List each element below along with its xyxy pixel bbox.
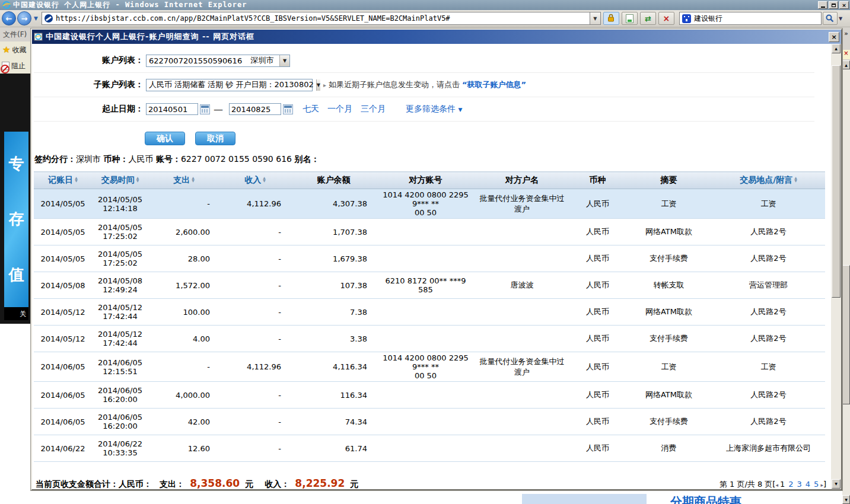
cell-currency: 人民币 [569,189,626,219]
cell-peer-name [475,409,569,435]
chevron-down-icon[interactable]: ▼ [316,79,320,91]
current-page: 1 [780,480,785,489]
page-link[interactable]: 4 [806,480,810,489]
address-dropdown-button[interactable]: ▼ [590,12,601,25]
toolbar-overflow-icon[interactable]: » [842,27,850,40]
sort-icon[interactable]: ▲▼ [263,176,266,182]
column-header: 摘要 [626,172,712,189]
cell-out: 2,600.00 [148,219,219,245]
calendar-icon[interactable] [200,104,210,114]
favorites-star-icon: ★ [2,44,10,55]
prev-page-icon[interactable]: ◂ [775,482,778,488]
table-row[interactable]: 2014/05/052014/05/0517:25:022,600.00-1,7… [34,219,825,245]
search-go-button[interactable] [823,12,838,25]
cell-balance: 4,307.38 [291,189,377,219]
cell-peer-account: 6210 8172 00** ***9 585 [377,272,475,299]
browser-scrollbar[interactable]: ▲ ▼ [842,60,850,504]
account-select[interactable]: 6227007201550590616 深圳市 ▼ [146,55,290,67]
column-header[interactable]: 支出▲▼ [148,172,219,189]
cancel-button[interactable]: 取消 [195,132,235,145]
page-button[interactable] [622,12,638,25]
dialog-scrollbar[interactable]: ▲ ▼ [831,44,841,489]
address-bar[interactable]: https://ibsbjstar.ccb.com.cn/app/B2CMain… [42,12,590,25]
popup-blocked-bar[interactable]: 阻止 [0,58,31,74]
page-link[interactable]: 5 [814,480,819,489]
infobar-close-button[interactable]: × [842,50,850,59]
table-row[interactable]: 2014/05/122014/05/1217:42:44100.00-7.38人… [34,299,825,326]
scroll-down-icon[interactable]: ▼ [832,479,841,489]
quick-range-link[interactable]: 一个月 [327,104,352,114]
refresh-button[interactable]: ⇄ [640,12,656,25]
dialog-content: 账户列表： 6227007201550590616 深圳市 ▼ 子账户列表： 人… [32,44,831,489]
branch-value: 深圳市 [76,154,101,164]
search-query-text[interactable]: 建设银行 [694,14,722,24]
refresh-subaccount-link[interactable]: “获取子账户信息” [462,79,526,90]
ad-banner[interactable]: 专存值 [4,132,28,307]
sort-icon[interactable]: ▲▼ [794,176,797,182]
table-row[interactable]: 2014/05/122014/05/1217:42:444.00-3.38人民币… [34,326,825,352]
cell-in: - [219,245,291,272]
scrollbar-thumb[interactable] [842,265,850,404]
sort-icon[interactable]: ▲▼ [75,176,78,182]
cell-date: 2014/06/05 [34,352,92,382]
promo-title: 分期商品特惠 [670,494,741,504]
browser-right-column: » × ▲ ▼ [842,27,850,504]
search-box[interactable]: 建设银行 [679,12,822,25]
history-dropdown-icon[interactable]: ▼ [34,15,38,21]
cell-peer-account [377,409,475,435]
cell-peer-name [475,299,569,326]
back-button[interactable]: ← [2,11,16,25]
chevron-down-icon[interactable]: ▼ [279,55,289,66]
calendar-icon[interactable] [283,104,293,114]
table-row[interactable]: 2014/06/052014/06/0512:15:51-4,112.964,1… [34,352,825,382]
ad-text: 专 [9,154,24,174]
scroll-up-icon[interactable]: ▲ [832,44,841,53]
column-header[interactable]: 收入▲▼ [219,172,291,189]
table-row[interactable]: 2014/06/222014/06/2210:33:3512.60-61.74人… [34,435,825,462]
ssl-lock-button[interactable] [603,12,619,25]
page-link[interactable]: 2 [788,480,793,489]
cell-place: 人民路2号 [712,409,825,435]
column-header[interactable]: 交易时间▲▼ [92,172,148,189]
search-options-dropdown-icon[interactable]: ▼ [839,16,842,21]
close-window-button[interactable]: × [839,1,849,9]
underlying-page-strip: 分期商品特惠 [31,490,842,504]
table-row[interactable]: 2014/05/082014/05/0812:49:241,572.00-107… [34,272,825,299]
table-row[interactable]: 2014/05/052014/05/0512:14:18-4,112.964,3… [34,189,825,219]
column-header[interactable]: 记账日▲▼ [34,172,92,189]
date-to-input[interactable]: 20140825 [229,103,281,115]
ad-close-button[interactable]: 关 [4,307,28,320]
table-row[interactable]: 2014/06/052014/06/0516:20:004,000.00-116… [34,382,825,409]
minimize-button[interactable] [818,1,827,9]
table-row[interactable]: 2014/05/052014/05/0517:25:0228.00-1,679.… [34,245,825,272]
date-from-input[interactable]: 20140501 [146,103,198,115]
dialog-scrollbar-thumb[interactable] [832,65,841,298]
cell-peer-account [377,435,475,462]
forward-button[interactable]: → [17,11,31,25]
cell-place: 工资 [712,352,825,382]
sort-icon[interactable]: ▲▼ [192,176,195,182]
ie-logo-icon [2,1,11,9]
quick-range-link[interactable]: 三个月 [361,104,386,114]
cell-peer-name: 批量代付业务资金集中过渡户 [475,189,569,219]
subaccount-select[interactable]: 人民币 活期储蓄 活期 钞 开户日期：20130802 ▼ [146,79,313,91]
restore-button[interactable] [829,1,838,9]
menu-bar[interactable]: 文件(F) [0,27,31,42]
scroll-up-icon[interactable]: ▲ [842,60,850,69]
dialog-close-button[interactable]: × [829,32,839,42]
quick-range-link[interactable]: 七天 [303,104,319,114]
cell-balance: 74.34 [291,409,377,435]
sort-icon[interactable]: ▲▼ [136,176,139,182]
cell-currency: 人民币 [569,409,626,435]
scroll-down-icon[interactable]: ▼ [842,495,850,504]
url-text[interactable]: https://ibsbjstar.ccb.com.cn/app/B2CMain… [56,14,450,23]
favorites-bar[interactable]: ★ 收藏 [0,42,31,58]
column-header[interactable]: 交易地点/附言▲▼ [712,172,825,189]
cell-place: 营运管理部 [712,272,825,299]
page-link[interactable]: 3 [797,480,802,489]
more-filters-link[interactable]: 更多筛选条件 ▼ [406,104,462,114]
table-row[interactable]: 2014/06/052014/06/0516:20:0042.00-74.34人… [34,409,825,435]
cell-time: 2014/06/2210:33:35 [92,435,148,462]
confirm-button[interactable]: 确认 [145,132,185,145]
stop-button[interactable]: × [658,12,674,25]
